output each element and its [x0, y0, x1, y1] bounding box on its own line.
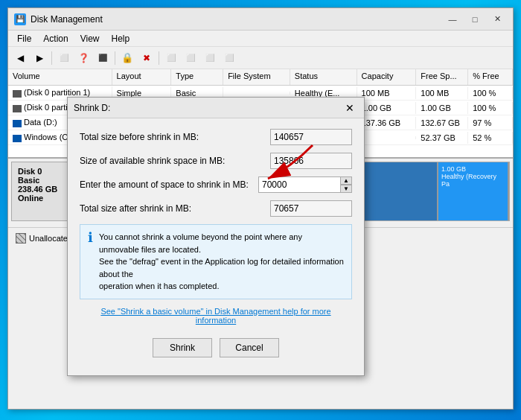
col-header-layout[interactable]: Layout — [112, 69, 172, 85]
col-header-pct[interactable]: % Free — [468, 69, 513, 85]
menu-action[interactable]: Action — [37, 32, 74, 45]
form-row-total-before: Total size before shrink in MB: — [80, 129, 352, 145]
col-header-fs[interactable]: File System — [223, 69, 290, 85]
toolbar-btn-2[interactable]: ⬛ — [94, 50, 112, 66]
form-input-wrap-1 — [270, 129, 352, 145]
menu-view[interactable]: View — [74, 32, 106, 45]
col-header-type[interactable]: Type — [171, 69, 223, 85]
dialog-body: Total size before shrink in MB: Size of … — [68, 118, 364, 375]
cell-fs — [223, 92, 290, 95]
cancel-button[interactable]: Cancel — [220, 338, 279, 357]
title-bar-buttons: — □ ✕ — [443, 12, 507, 27]
legend-unallocated: Unallocated — [16, 233, 72, 244]
form-label-2: Size of available shrink space in MB: — [80, 156, 270, 166]
toolbar: ◀ ▶ ⬜ ❓ ⬛ 🔒 ✖ ⬜ ⬜ ⬜ ⬜ — [8, 47, 513, 69]
cell-capacity — [357, 136, 417, 139]
partition-rec-sublabel: Healthy (Recovery Pa — [441, 173, 505, 188]
maximize-button[interactable]: □ — [465, 12, 485, 27]
close-button[interactable]: ✕ — [488, 12, 507, 27]
total-before-input[interactable] — [270, 129, 352, 145]
forward-button[interactable]: ▶ — [31, 50, 48, 66]
cell-free: 100 MB — [416, 87, 468, 99]
info-text: You cannot shrink a volume beyond the po… — [99, 231, 344, 293]
cell-pct: 100 % — [468, 87, 513, 99]
dialog-footer: Shrink Cancel — [80, 334, 352, 368]
menu-help[interactable]: Help — [106, 32, 136, 45]
form-input-wrap-4 — [270, 200, 352, 217]
help-link[interactable]: See "Shrink a basic volume" in Disk Mana… — [80, 307, 352, 325]
form-label-3: Enter the amount of space to shrink in M… — [80, 179, 258, 190]
cell-free: 1.00 GB — [416, 102, 468, 114]
form-row-amount: Enter the amount of space to shrink in M… — [80, 176, 352, 193]
title-bar: 💾 Disk Management — □ ✕ — [8, 8, 513, 31]
col-header-volume[interactable]: Volume — [8, 69, 112, 85]
cell-pct: 52 % — [468, 132, 513, 144]
menu-file[interactable]: File — [11, 32, 37, 45]
shrink-dialog: Shrink D: ✕ Total size before shrink in … — [67, 97, 365, 376]
cell-pct: 100 % — [468, 102, 513, 114]
shrink-button[interactable]: Shrink — [153, 338, 212, 357]
form-row-total-after: Total size after shrink in MB: — [80, 200, 352, 217]
table-header: Volume Layout Type File System Status Ca… — [8, 69, 513, 86]
info-icon: ℹ — [88, 231, 93, 244]
minimize-button[interactable]: — — [443, 12, 462, 27]
help-button[interactable]: ❓ — [74, 50, 92, 66]
form-label-4: Total size after shrink in MB: — [80, 203, 270, 214]
back-button[interactable]: ◀ — [11, 50, 29, 66]
partition-rec-label: 1.00 GB — [441, 165, 505, 173]
shrink-amount-input[interactable] — [258, 176, 340, 193]
cell-free: 132.67 GB — [416, 117, 468, 129]
cell-capacity: 100 MB — [357, 87, 417, 99]
col-header-free[interactable]: Free Sp... — [416, 69, 468, 85]
toolbar-btn-6[interactable]: ⬜ — [220, 50, 238, 66]
toolbar-btn-del[interactable]: ✖ — [138, 50, 156, 66]
col-header-capacity[interactable]: Capacity — [357, 69, 417, 85]
dialog-title-text: Shrink D: — [74, 103, 342, 113]
window-title: Disk Management — [31, 14, 443, 25]
col-header-status[interactable]: Status — [290, 69, 357, 85]
toolbar-btn-5[interactable]: ⬜ — [201, 50, 219, 66]
dialog-close-button[interactable]: ✕ — [342, 101, 358, 115]
available-input[interactable] — [270, 153, 352, 169]
spinner-buttons: ▲ ▼ — [340, 176, 352, 193]
info-box: ℹ You cannot shrink a volume beyond the … — [80, 224, 352, 299]
form-row-available: Size of available shrink space in MB: — [80, 153, 352, 169]
spin-up-button[interactable]: ▲ — [340, 176, 352, 185]
legend-unalloc-icon — [16, 233, 26, 244]
spin-down-button[interactable]: ▼ — [340, 185, 352, 193]
toolbar-btn-3[interactable]: ⬜ — [162, 50, 180, 66]
cell-free: 52.37 GB — [416, 132, 468, 144]
partition-recovery[interactable]: 1.00 GB Healthy (Recovery Pa — [438, 162, 509, 220]
form-input-wrap-2 — [270, 153, 352, 169]
cell-capacity: 1.00 GB — [357, 102, 417, 114]
toolbar-btn-lock[interactable]: 🔒 — [118, 50, 136, 66]
toolbar-btn-4[interactable]: ⬜ — [182, 50, 199, 66]
dialog-title-bar: Shrink D: ✕ — [68, 98, 364, 118]
form-label-1: Total size before shrink in MB: — [80, 132, 270, 142]
menu-bar: File Action View Help — [8, 31, 513, 47]
cell-capacity: 137.36 GB — [357, 117, 417, 129]
form-input-wrap-3: ▲ ▼ — [258, 176, 352, 193]
total-after-input[interactable] — [270, 200, 352, 217]
app-icon: 💾 — [14, 13, 26, 25]
legend-unalloc-label: Unallocated — [29, 234, 72, 243]
toolbar-btn-1[interactable]: ⬜ — [55, 50, 73, 66]
cell-pct: 97 % — [468, 117, 513, 129]
